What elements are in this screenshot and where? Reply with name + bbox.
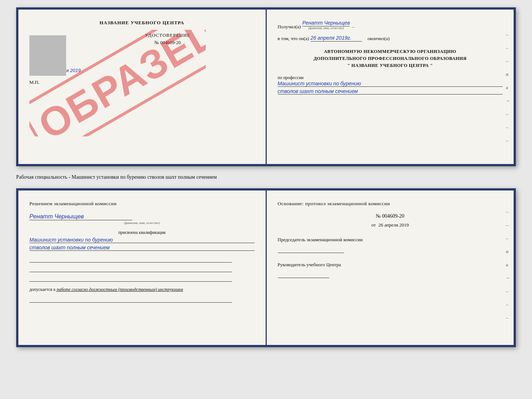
допускается-block: допускается к работе согласно должностны… bbox=[29, 287, 255, 292]
protocol-number: № 004609-20 bbox=[278, 213, 503, 219]
blank-lines bbox=[29, 256, 255, 282]
inthat-label: в том, что он(а) bbox=[278, 36, 309, 42]
org-block: АВТОНОМНУЮ НЕКОММЕРЧЕСКУЮ ОРГАНИЗАЦИЮ ДО… bbox=[278, 48, 503, 69]
finished-label: окончил(а) bbox=[367, 36, 389, 42]
protocol-date-row: от 26 апреля 2019 bbox=[278, 222, 503, 228]
top-left-page: НАЗВАНИЕ УЧЕБНОГО ЦЕНТРА УДОСТОВЕРЕНИЕ №… bbox=[18, 10, 267, 164]
side-dashes-top: – – – и а ← – – – bbox=[506, 32, 511, 143]
profession-line1: Машинист установки по бурению bbox=[278, 81, 503, 87]
date-value: 26 апреля 2019 bbox=[378, 222, 409, 228]
bottom-right-page: Основание: протокол экзаменационной коми… bbox=[267, 190, 514, 345]
qual-line2: стволов шахт полным сечением bbox=[29, 245, 255, 251]
chairman-sig-line bbox=[278, 246, 344, 253]
org-line2: ДОПОЛНИТЕЛЬНОГО ПРОФЕССИОНАЛЬНОГО ОБРАЗО… bbox=[278, 55, 503, 62]
decision-title: Решением экзаменационной комиссии bbox=[29, 201, 255, 207]
cert-number: № 004609-20 bbox=[81, 40, 255, 46]
org-line3: " НАЗВАНИЕ УЧЕБНОГО ЦЕНТРА " bbox=[278, 62, 503, 69]
bottom-name-sub: (фамилия, имя, отчество) bbox=[29, 221, 255, 225]
name-subtitle: (фамилия, имя, отчество) bbox=[302, 26, 350, 30]
blank-line-3 bbox=[29, 275, 232, 282]
received-row: Получил(а) Ренатт Черныщев (фамилия, имя… bbox=[278, 20, 503, 30]
profession-label: по профессии bbox=[278, 75, 304, 80]
head-block: Руководитель учебного Центра bbox=[278, 262, 503, 278]
bottom-name-block: Ренатт Черныщев (фамилия, имя, отчество) bbox=[29, 213, 255, 225]
recipient-name: Ренатт Черныщев bbox=[302, 20, 350, 26]
bottom-left-page: Решением экзаменационной комиссии Ренатт… bbox=[18, 190, 267, 345]
blank-line-2 bbox=[29, 266, 232, 272]
specialty-text: Рабочая специальность - Машинист установ… bbox=[16, 173, 516, 182]
bottom-document-spread: Решением экзаменационной комиссии Ренатт… bbox=[16, 188, 516, 347]
blank-line-1 bbox=[29, 256, 232, 263]
name-dash: – bbox=[352, 24, 355, 30]
top-right-page: Получил(а) Ренатт Черныщев (фамилия, имя… bbox=[267, 10, 514, 164]
inthat-date: 26 апреля 2019г. bbox=[310, 35, 362, 42]
head-sig-line bbox=[278, 271, 329, 278]
qualification-label: присвоена квалификация bbox=[29, 230, 255, 235]
chairman-label: Председатель экзаменационной комиссии bbox=[278, 237, 503, 243]
mp-line: М.П. bbox=[29, 79, 255, 85]
inthat-row: в том, что он(а) 26 апреля 2019г. окончи… bbox=[278, 35, 503, 42]
top-document-spread: НАЗВАНИЕ УЧЕБНОГО ЦЕНТРА УДОСТОВЕРЕНИЕ №… bbox=[16, 7, 516, 166]
допускается-label: допускается к bbox=[29, 287, 55, 292]
profession-block: по профессии Машинист установки по бурен… bbox=[278, 75, 503, 95]
bottom-name: Ренатт Черныщев bbox=[29, 213, 132, 220]
received-label: Получил(а) bbox=[278, 24, 301, 30]
chairman-block: Председатель экзаменационной комиссии bbox=[278, 237, 503, 253]
profession-line2: стволов шахт полным сечением bbox=[278, 88, 503, 95]
qual-line1: Машинист установки по бурению bbox=[29, 237, 255, 243]
osnov-title: Основание: протокол экзаменационной коми… bbox=[278, 201, 503, 207]
cert-title: УДОСТОВЕРЕНИЕ bbox=[81, 32, 255, 38]
org-line1: АВТОНОМНУЮ НЕКОММЕРЧЕСКУЮ ОРГАНИЗАЦИЮ bbox=[278, 48, 503, 55]
side-dashes-bottom: – – – и а ← – – – bbox=[506, 209, 511, 321]
допускается-value: работе согласно должностным (производств… bbox=[57, 287, 183, 292]
top-left-title: НАЗВАНИЕ УЧЕБНОГО ЦЕНТРА bbox=[29, 20, 255, 26]
separator bbox=[364, 36, 365, 42]
bottom-blank-line-final bbox=[29, 296, 232, 303]
photo-placeholder bbox=[29, 35, 66, 76]
cert-title-block: УДОСТОВЕРЕНИЕ № 004609-20 bbox=[81, 32, 255, 46]
head-label: Руководитель учебного Центра bbox=[278, 262, 503, 268]
date-prefix: от bbox=[371, 222, 376, 228]
